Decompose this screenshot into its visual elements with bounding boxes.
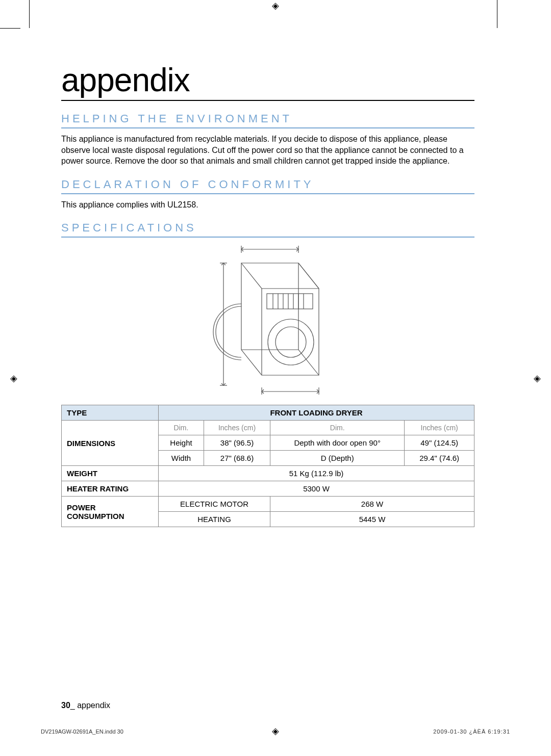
cell: D (Depth)	[270, 451, 405, 466]
declaration-body: This appliance complies with UL2158.	[61, 199, 474, 211]
svg-point-15	[276, 327, 306, 357]
table-row: WEIGHT 51 Kg (112.9 lb)	[62, 466, 474, 481]
table-row: HEATER RATING 5300 W	[62, 481, 474, 497]
registration-mark-top: ◈	[272, 0, 279, 11]
registration-mark-left: ◈	[10, 373, 17, 384]
page-title: appendix	[61, 61, 474, 101]
registration-mark-right: ◈	[534, 373, 541, 384]
heater-value: 5300 W	[159, 481, 474, 497]
dryer-line-drawing-icon	[202, 243, 334, 396]
section-heading-specifications: SPECIFICATIONS	[61, 221, 474, 238]
section-heading-environment: HELPING THE ENVIRONMENT	[61, 112, 474, 128]
type-label: TYPE	[62, 405, 159, 421]
type-value: FRONT LOADING DRYER	[159, 405, 474, 421]
power-heating-value: 5445 W	[270, 512, 474, 527]
dim-prefix-b: Dim.	[270, 421, 405, 435]
cell: 29.4" (74.6)	[405, 451, 474, 466]
power-motor-value: 268 W	[270, 497, 474, 512]
cell: 38" (96.5)	[204, 435, 270, 451]
dim-unit-a: Inches (cm)	[204, 421, 270, 435]
cell: 49" (124.5)	[405, 435, 474, 451]
power-heating-label: HEATING	[159, 512, 270, 527]
cell: Depth with door open 90°	[270, 435, 405, 451]
cell: 27" (68.6)	[204, 451, 270, 466]
weight-label: WEIGHT	[62, 466, 159, 481]
dim-prefix-a: Dim.	[159, 421, 204, 435]
table-row: POWER CONSUMPTION ELECTRIC MOTOR 268 W	[62, 497, 474, 512]
power-motor-label: ELECTRIC MOTOR	[159, 497, 270, 512]
dryer-diagram	[61, 243, 474, 396]
print-meta-left: DV219AGW-02691A_EN.indd 30	[41, 728, 123, 735]
svg-rect-6	[267, 294, 313, 309]
svg-point-14	[268, 319, 314, 365]
crop-mark	[497, 0, 497, 28]
page-number: 30	[61, 701, 70, 710]
cell: Height	[159, 435, 204, 451]
crop-mark	[0, 28, 20, 29]
weight-value: 51 Kg (112.9 lb)	[159, 466, 474, 481]
cell: Width	[159, 451, 204, 466]
crop-mark	[29, 0, 30, 28]
registration-mark-bottom: ◈	[272, 725, 279, 737]
footer-section: _ appendix	[70, 701, 110, 710]
dim-unit-b: Inches (cm)	[405, 421, 474, 435]
heater-label: HEATER RATING	[62, 481, 159, 497]
power-label: POWER CONSUMPTION	[62, 497, 159, 527]
specifications-table: TYPE FRONT LOADING DRYER DIMENSIONS Dim.…	[61, 405, 474, 527]
page-footer: 30_ appendix	[61, 701, 110, 710]
print-meta-right: 2009-01-30 ¿ÀÈÄ 6:19:31	[433, 728, 510, 735]
page-content: appendix HELPING THE ENVIRONMENT This ap…	[61, 61, 474, 527]
table-row: TYPE FRONT LOADING DRYER	[62, 405, 474, 421]
dimensions-label: DIMENSIONS	[62, 421, 159, 466]
section-heading-declaration: DECLARATION OF CONFORMITY	[61, 178, 474, 194]
table-row: DIMENSIONS Dim. Inches (cm) Dim. Inches …	[62, 421, 474, 435]
environment-body: This appliance is manufactured from recy…	[61, 134, 474, 167]
